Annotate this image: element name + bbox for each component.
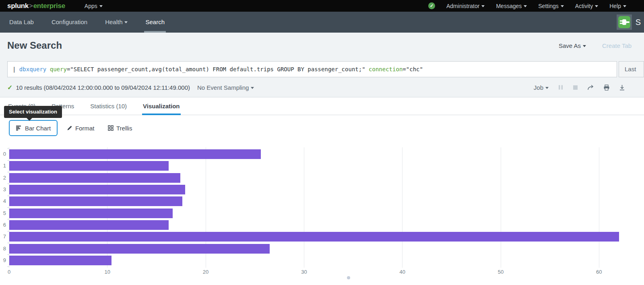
chevron-down-icon — [99, 5, 103, 7]
job-menu-label: Job — [534, 84, 543, 91]
query-segment-plain — [46, 66, 50, 72]
y-axis-tick-label: 9 — [0, 257, 6, 263]
chart-type-picker-button[interactable]: Bar Chart — [9, 120, 58, 136]
results-status-row: ✓ 10 results (08/04/2024 12:00:00.000 to… — [7, 77, 254, 97]
activity-menu[interactable]: Activity — [575, 3, 598, 9]
save-as-label: Save As — [559, 42, 581, 49]
messages-menu[interactable]: Messages — [496, 3, 527, 9]
top-bar: splunk > enterprise Apps ✓ Administrator… — [0, 0, 644, 12]
x-axis-tick-label: 40 — [394, 269, 411, 275]
app-nav-bar: Data Lab Configuration Health Search S — [0, 12, 644, 33]
y-axis-tick — [7, 266, 9, 267]
x-gridline — [304, 147, 304, 268]
bar-passenger-count-8[interactable] — [9, 244, 270, 254]
y-axis-tick-label: 0 — [0, 151, 6, 157]
x-axis-tick-label: 60 — [591, 269, 607, 275]
share-icon[interactable] — [587, 85, 594, 91]
format-button[interactable]: Format — [67, 120, 95, 136]
y-axis-tick-label: 7 — [0, 233, 6, 240]
y-axis-tick-label: 8 — [0, 246, 6, 252]
result-tabs: Events (0) Patterns Statistics (10) Visu… — [0, 97, 644, 115]
event-sampling-label: No Event Sampling — [197, 84, 249, 91]
plug-icon — [618, 16, 630, 28]
pause-icon[interactable] — [558, 85, 564, 90]
nav-item-search[interactable]: Search — [144, 12, 166, 33]
chevron-down-icon — [481, 5, 485, 7]
top-bar-right: ✓ Administrator Messages Settings Activi… — [428, 2, 626, 9]
splunk-search-page: splunk > enterprise Apps ✓ Administrator… — [0, 0, 644, 285]
pagination-dot[interactable] — [347, 276, 350, 279]
tab-visualization[interactable]: Visualization — [142, 97, 180, 115]
job-controls: Job — [534, 77, 625, 97]
chevron-down-icon — [561, 5, 564, 7]
query-segment-plain: | — [12, 66, 19, 72]
nav-item-health-label: Health — [105, 19, 122, 25]
y-axis-tick — [7, 243, 9, 243]
y-axis-tick-label: 4 — [0, 198, 6, 204]
bar-passenger-count-4[interactable] — [9, 196, 182, 206]
query-segment-plain: ="SELECT passenger_count,avg(total_amoun… — [67, 66, 369, 72]
y-axis-tick-label: 6 — [0, 222, 6, 228]
settings-menu[interactable]: Settings — [538, 3, 564, 9]
visualization-controls: Bar Chart Format Trellis — [0, 115, 644, 143]
chevron-down-icon — [595, 5, 598, 7]
y-axis-tick — [7, 148, 9, 149]
y-axis-tick — [7, 184, 9, 184]
bar-passenger-count-3[interactable] — [9, 185, 185, 194]
app-title-clipped: S — [636, 18, 641, 27]
settings-menu-label: Settings — [538, 3, 559, 9]
event-sampling-menu[interactable]: No Event Sampling — [197, 84, 254, 91]
administrator-menu-label: Administrator — [446, 3, 479, 9]
x-axis-tick-label: 10 — [99, 269, 116, 275]
trellis-button[interactable]: Trellis — [108, 120, 132, 136]
y-axis-tick-label: 1 — [0, 163, 6, 169]
select-visualization-tooltip: Select visualization — [4, 106, 62, 118]
stop-icon[interactable] — [573, 85, 578, 90]
x-axis-tick-label: 20 — [198, 269, 214, 275]
print-icon[interactable] — [603, 85, 610, 91]
query-segment-command: dbxquery — [19, 66, 46, 72]
apps-menu[interactable]: Apps — [85, 3, 103, 9]
logo-gt: > — [29, 2, 33, 10]
db-connect-app-icon-frame[interactable] — [617, 14, 632, 30]
y-axis-tick — [7, 231, 9, 231]
y-axis-tick-label: 2 — [0, 175, 6, 181]
nav-item-configuration[interactable]: Configuration — [50, 12, 89, 33]
bar-passenger-count-9[interactable] — [9, 256, 111, 265]
splunk-logo[interactable]: splunk > enterprise — [7, 2, 65, 10]
nav-item-health[interactable]: Health — [104, 12, 129, 33]
bar-passenger-count-5[interactable] — [9, 209, 173, 218]
administrator-menu[interactable]: Administrator — [446, 3, 485, 9]
chevron-down-icon — [124, 21, 128, 23]
export-icon[interactable] — [619, 85, 625, 91]
chevron-down-icon — [524, 5, 527, 7]
job-menu[interactable]: Job — [534, 84, 549, 91]
x-gridline — [501, 147, 501, 268]
chart-type-label: Bar Chart — [25, 125, 51, 132]
query-segment-plain: ="chc" — [402, 66, 423, 72]
create-table-view-link[interactable]: Create Tab — [602, 42, 632, 49]
check-circle-icon[interactable]: ✓ — [428, 2, 435, 9]
time-range-picker[interactable]: Last — [619, 61, 644, 77]
nav-item-data-lab[interactable]: Data Lab — [8, 12, 35, 33]
activity-menu-label: Activity — [575, 3, 593, 9]
search-header-region: New Search Save As Create Tab | dbxquery… — [0, 33, 644, 97]
tab-statistics[interactable]: Statistics (10) — [89, 97, 128, 115]
search-query-input[interactable]: | dbxquery query="SELECT passenger_count… — [7, 61, 617, 77]
chevron-down-icon — [545, 87, 549, 89]
trellis-label: Trellis — [116, 125, 132, 132]
app-nav-right: S — [617, 12, 644, 33]
x-gridline — [402, 147, 402, 268]
bar-passenger-count-7[interactable] — [9, 232, 619, 242]
query-segment-keyword: connection — [369, 66, 402, 72]
logo-product: enterprise — [33, 2, 65, 10]
bar-passenger-count-0[interactable] — [9, 149, 261, 159]
bar-passenger-count-6[interactable] — [9, 220, 169, 230]
save-as-button[interactable]: Save As — [559, 42, 586, 49]
help-menu[interactable]: Help — [609, 3, 626, 9]
messages-menu-label: Messages — [496, 3, 522, 9]
x-axis-tick-label: 50 — [493, 269, 509, 275]
bar-passenger-count-2[interactable] — [9, 173, 180, 183]
y-axis-tick — [7, 254, 9, 255]
bar-passenger-count-1[interactable] — [9, 161, 169, 171]
